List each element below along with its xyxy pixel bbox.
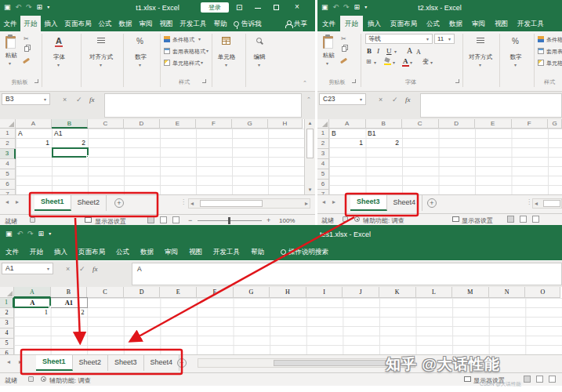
view-page-break-icon[interactable] <box>532 216 539 223</box>
title-bar[interactable] <box>0 225 562 243</box>
font-name-dropdown-icon[interactable]: ▾ <box>426 37 429 42</box>
sheet-tab-sheet4[interactable]: Sheet4 <box>387 195 423 211</box>
scroll-left-icon[interactable]: ◂ <box>190 197 194 211</box>
font-name-select[interactable]: 等线 <box>365 34 433 44</box>
column-header[interactable]: E <box>475 119 512 129</box>
sheet-tab-sheet1[interactable]: Sheet1 <box>36 355 73 371</box>
active-cell-B3[interactable] <box>52 147 89 158</box>
undo-icon[interactable]: ↶ <box>17 230 24 238</box>
row-header[interactable]: 3 <box>0 318 14 328</box>
horizontal-scrollbar[interactable] <box>198 358 415 368</box>
zoom-slider-thumb[interactable] <box>228 217 230 224</box>
cut-icon[interactable]: ✂ <box>341 36 346 42</box>
borders-icon[interactable]: ⊞ <box>366 58 372 65</box>
number-group-label[interactable]: 数字 <box>499 53 532 61</box>
row-header-selected[interactable]: 1 <box>0 298 14 308</box>
tab-view[interactable]: 视图 <box>156 16 176 31</box>
row-header[interactable]: 5 <box>0 339 14 349</box>
tab-file[interactable]: 文件 <box>0 243 24 260</box>
share-button[interactable]: 共享 <box>282 16 310 31</box>
column-header[interactable]: C <box>88 119 124 129</box>
macro-record-icon[interactable] <box>343 216 348 222</box>
close-button[interactable]: × <box>295 2 299 12</box>
row-header[interactable]: 5 <box>0 169 16 180</box>
scroll-up-icon[interactable]: ▴ <box>305 120 315 126</box>
scrollbar-thumb[interactable] <box>200 200 263 207</box>
alignment-dropdown-icon[interactable]: ▾ <box>479 63 481 67</box>
format-as-table-label[interactable]: 套用表格格式 <box>172 48 205 56</box>
row-header[interactable]: 2 <box>0 139 16 149</box>
tab-data[interactable]: 数据 <box>135 243 159 260</box>
cell-A2[interactable]: 1 <box>329 138 363 147</box>
font-group-icon[interactable]: A <box>55 36 63 47</box>
column-header[interactable]: B <box>366 119 403 129</box>
number-group-label[interactable]: 数字 <box>123 53 158 61</box>
phonetic-guide-button[interactable]: 变 <box>422 58 429 66</box>
tab-review[interactable]: 审阅 <box>467 16 490 31</box>
splitter-dots-icon[interactable]: ⋮ <box>180 195 187 209</box>
column-header[interactable]: H <box>268 119 303 129</box>
prev-sheet-icon[interactable]: ◂ <box>5 195 9 209</box>
paste-label[interactable]: 粘贴 <box>317 52 339 60</box>
cell-B1[interactable]: A1 <box>51 298 88 307</box>
fill-handle[interactable] <box>49 306 51 308</box>
tab-page-layout[interactable]: 页面布局 <box>386 16 422 31</box>
scroll-left-icon[interactable]: ◂ <box>535 197 538 211</box>
column-header[interactable]: G <box>548 119 562 129</box>
tab-formulas[interactable]: 公式 <box>422 16 444 31</box>
insert-function-icon[interactable]: fx <box>405 96 411 103</box>
horizontal-scrollbar[interactable]: ◂ ▸ <box>188 198 310 209</box>
formula-input[interactable]: A <box>132 263 562 285</box>
name-box-dropdown-icon[interactable]: ▾ <box>360 97 362 102</box>
horizontal-scrollbar[interactable]: ◂ <box>532 198 562 209</box>
italic-button[interactable]: I <box>377 47 379 55</box>
tab-developer[interactable]: 开发工具 <box>513 16 549 31</box>
row-header-selected[interactable]: 3 <box>0 149 16 159</box>
format-painter-icon[interactable] <box>340 58 347 64</box>
sheet-tab-sheet3[interactable]: Sheet3 <box>350 195 387 211</box>
column-header[interactable]: D <box>124 287 161 298</box>
scrollbar-thumb[interactable] <box>543 200 560 207</box>
column-header[interactable]: A <box>16 119 52 129</box>
active-cell-A1[interactable] <box>13 297 51 308</box>
column-header[interactable]: H <box>270 287 306 298</box>
column-header[interactable]: E <box>160 287 197 298</box>
view-page-layout-icon[interactable] <box>520 216 527 223</box>
sheet-tab-sheet3[interactable]: Sheet3 <box>108 355 144 371</box>
tab-file[interactable]: 文件 <box>317 16 340 31</box>
new-sheet-icon[interactable]: + <box>177 358 187 368</box>
dialog-launcher-icon[interactable] <box>455 79 459 83</box>
row-header[interactable]: 1 <box>317 129 329 139</box>
column-header[interactable]: G <box>234 287 270 298</box>
qat-dropdown-icon[interactable]: ▾ <box>49 230 51 238</box>
column-header[interactable]: N <box>489 287 526 298</box>
font-size-select[interactable]: 11 <box>434 34 455 44</box>
view-page-break-icon[interactable] <box>549 376 556 383</box>
tab-data[interactable]: 数据 <box>115 16 136 31</box>
redo-icon[interactable]: ↷ <box>27 230 34 238</box>
tab-file[interactable]: 文件 <box>0 16 20 31</box>
alignment-group-icon[interactable] <box>97 38 105 44</box>
formula-input[interactable] <box>104 93 302 118</box>
column-header[interactable]: B <box>51 287 88 298</box>
zoom-out-icon[interactable]: − <box>188 217 192 224</box>
display-settings-icon[interactable] <box>452 216 459 222</box>
tab-view[interactable]: 视图 <box>490 16 513 31</box>
expand-formula-bar-icon[interactable]: ⌃ <box>306 96 311 103</box>
select-all-corner[interactable] <box>0 287 14 298</box>
copy-icon[interactable] <box>342 46 346 52</box>
next-sheet-icon[interactable]: ▸ <box>16 195 19 209</box>
sheet-grid[interactable] <box>14 298 562 354</box>
sheet-tab-sheet2[interactable]: Sheet2 <box>71 195 107 211</box>
format-as-table-label[interactable]: 套用表格格式 <box>546 48 562 56</box>
shrink-font-icon[interactable]: A <box>416 49 421 56</box>
row-header[interactable]: 6 <box>0 180 16 190</box>
splitter-dots-icon[interactable]: ⋮ <box>526 195 532 209</box>
fill-color-icon[interactable] <box>384 58 391 65</box>
column-header[interactable]: J <box>343 287 379 298</box>
zoom-in-icon[interactable]: + <box>266 217 270 224</box>
column-header[interactable]: C <box>87 287 124 298</box>
cell-B2[interactable]: 2 <box>52 138 85 147</box>
tab-developer[interactable]: 开发工具 <box>176 16 210 31</box>
paste-icon[interactable] <box>323 36 333 49</box>
